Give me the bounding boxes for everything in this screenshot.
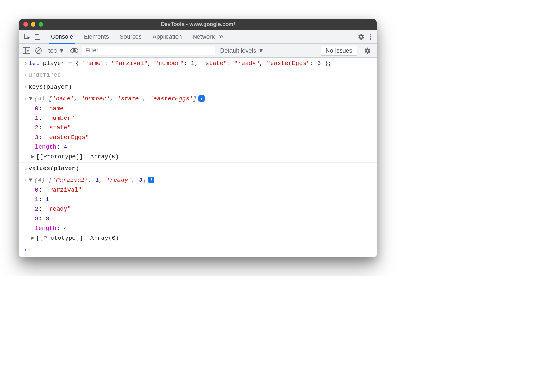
console-code: let player = { "name": "Parzival", "numb… — [28, 59, 373, 68]
console-result-row: ‹▼(4) ['Parzival', 1, 'ready', 3]i0: "Pa… — [19, 174, 377, 244]
minimize-window-button[interactable] — [31, 22, 35, 27]
zoom-window-button[interactable] — [39, 22, 43, 27]
tab-label: Console — [51, 33, 73, 40]
console-input-row: ›let player = { "name": "Parzival", "num… — [19, 58, 377, 69]
output-marker-icon: ‹ — [23, 175, 28, 185]
svg-point-4 — [370, 36, 371, 37]
chevron-down-icon: ▼ — [258, 47, 264, 54]
devtools-window: DevTools - www.google.com/ Console Eleme… — [19, 19, 377, 257]
kebab-menu-icon[interactable] — [367, 33, 374, 40]
svg-rect-2 — [37, 35, 40, 39]
console-toolbar: top ▼ Default levels ▼ No Issues — [19, 44, 377, 58]
execution-context-selector[interactable]: top ▼ — [46, 46, 67, 55]
separator — [44, 33, 44, 41]
live-expression-icon[interactable] — [70, 47, 79, 54]
expand-toggle-icon[interactable]: ▶ — [30, 233, 35, 243]
console-code: values(player) — [28, 164, 373, 173]
console-output: ›let player = { "name": "Parzival", "num… — [19, 58, 377, 257]
inspect-element-icon[interactable] — [22, 32, 32, 42]
input-marker-icon: › — [23, 82, 28, 92]
array-item: 0: "name" — [23, 104, 373, 113]
window-controls — [19, 22, 43, 27]
console-prompt-row[interactable]: › — [19, 244, 377, 256]
console-input-row: ›values(player) — [19, 162, 377, 174]
more-tabs-icon[interactable]: » — [219, 33, 223, 41]
tab-elements[interactable]: Elements — [82, 30, 111, 43]
array-item: 2: "state" — [23, 123, 373, 132]
device-toolbar-icon[interactable] — [32, 32, 42, 42]
array-item: 3: "easterEggs" — [23, 133, 373, 142]
levels-label: Default levels — [220, 47, 256, 54]
array-item: 0: "Parzival" — [23, 185, 373, 195]
close-window-button[interactable] — [23, 22, 28, 27]
array-item: 2: "ready" — [23, 204, 373, 214]
array-item: 1: 1 — [23, 195, 373, 204]
chevron-down-icon: ▼ — [59, 47, 65, 54]
window-title: DevTools - www.google.com/ — [19, 21, 377, 28]
svg-point-5 — [370, 38, 371, 39]
console-input-row: ›keys(player) — [19, 81, 377, 93]
console-result-row: ‹▼(4) ['name', 'number', 'state', 'easte… — [19, 93, 377, 162]
tab-network[interactable]: Network — [191, 30, 217, 43]
log-levels-selector[interactable]: Default levels ▼ — [220, 47, 264, 54]
tab-label: Application — [153, 33, 182, 40]
input-marker-icon: › — [23, 164, 28, 173]
expand-toggle-icon[interactable]: ▼ — [28, 94, 33, 104]
output-marker-icon: ‹ — [23, 70, 28, 80]
input-marker-icon: › — [23, 59, 28, 68]
tab-label: Elements — [84, 33, 109, 40]
expand-toggle-icon[interactable]: ▼ — [28, 175, 33, 185]
array-summary[interactable]: ▼(4) ['Parzival', 1, 'ready', 3]i — [28, 175, 373, 185]
expand-toggle-icon[interactable]: ▶ — [30, 152, 35, 161]
console-result-row: ‹undefined — [19, 69, 377, 81]
tab-label: Network — [193, 33, 215, 40]
array-summary[interactable]: ▼(4) ['name', 'number', 'state', 'easter… — [28, 94, 373, 104]
info-badge-icon[interactable]: i — [148, 177, 154, 183]
issues-label: No Issues — [326, 47, 352, 54]
context-label: top — [48, 47, 57, 54]
tabstrip: Console Elements Sources Application Net… — [19, 30, 377, 44]
prototype-row[interactable]: ▶[[Prototype]]: Array(0) — [23, 152, 373, 161]
svg-point-9 — [73, 49, 76, 52]
settings-icon[interactable] — [355, 33, 367, 40]
console-code: keys(player) — [28, 82, 373, 92]
titlebar: DevTools - www.google.com/ — [19, 19, 377, 30]
clear-console-icon[interactable] — [34, 47, 43, 54]
output-marker-icon: ‹ — [23, 94, 28, 104]
tab-console[interactable]: Console — [49, 30, 75, 43]
tab-sources[interactable]: Sources — [118, 30, 144, 43]
array-length: length: 4 — [23, 142, 373, 152]
tab-label: Sources — [120, 33, 142, 40]
array-length: length: 4 — [23, 224, 373, 233]
filter-input[interactable] — [82, 46, 215, 55]
array-item: 3: 3 — [23, 214, 373, 224]
console-sidebar-toggle-icon[interactable] — [22, 47, 31, 54]
console-settings-icon[interactable] — [361, 47, 373, 54]
tab-application[interactable]: Application — [151, 30, 184, 43]
array-item: 1: "number" — [23, 113, 373, 123]
console-value: undefined — [28, 70, 373, 80]
panel-tabs: Console Elements Sources Application Net… — [49, 30, 216, 43]
svg-point-3 — [370, 34, 371, 35]
issues-button[interactable]: No Issues — [321, 46, 357, 56]
prompt-marker-icon: › — [23, 245, 28, 255]
prototype-row[interactable]: ▶[[Prototype]]: Array(0) — [23, 233, 373, 243]
info-badge-icon[interactable]: i — [198, 95, 205, 102]
